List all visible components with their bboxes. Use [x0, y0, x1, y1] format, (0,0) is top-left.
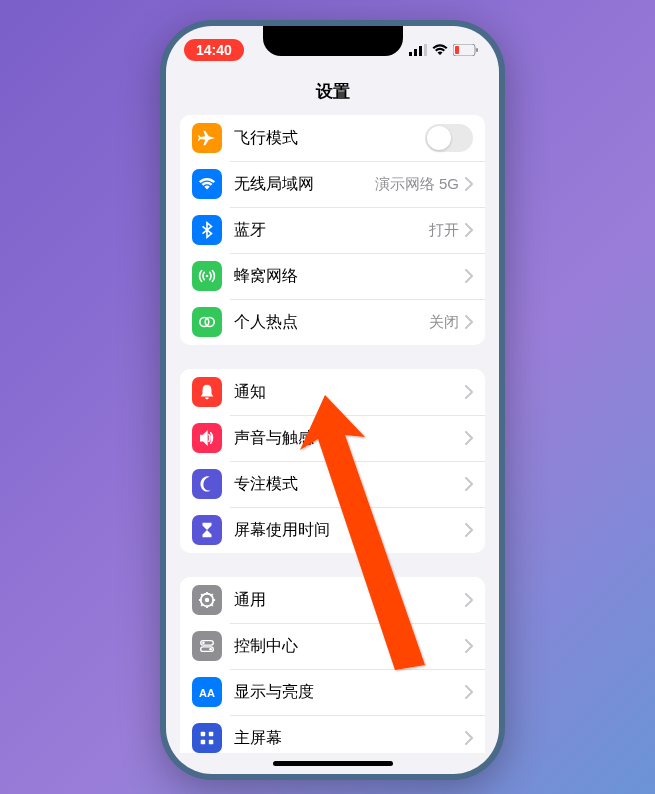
row-label: 控制中心: [234, 636, 465, 657]
settings-group-general: 通用 控制中心 AA 显示与亮度: [180, 577, 485, 753]
row-sounds[interactable]: 声音与触感: [180, 415, 485, 461]
row-hotspot[interactable]: 个人热点 关闭: [180, 299, 485, 345]
row-label: 蜂窝网络: [234, 266, 465, 287]
svg-rect-18: [209, 732, 214, 737]
svg-rect-17: [201, 732, 206, 737]
chevron-right-icon: [465, 269, 473, 283]
gear-icon: [192, 585, 222, 615]
svg-point-11: [205, 598, 210, 603]
chevron-right-icon: [465, 685, 473, 699]
row-label: 通用: [234, 590, 465, 611]
cellular-icon: [409, 44, 427, 56]
chevron-right-icon: [465, 431, 473, 445]
row-wifi[interactable]: 无线局域网 演示网络 5G: [180, 161, 485, 207]
row-bluetooth[interactable]: 蓝牙 打开: [180, 207, 485, 253]
airplane-toggle[interactable]: [425, 124, 473, 152]
moon-icon: [192, 469, 222, 499]
wifi-status-icon: [432, 44, 448, 56]
row-value: 打开: [429, 221, 459, 240]
svg-rect-5: [455, 46, 459, 54]
switches-icon: [192, 631, 222, 661]
grid-icon: [192, 723, 222, 753]
chevron-right-icon: [465, 477, 473, 491]
chevron-right-icon: [465, 177, 473, 191]
row-focus[interactable]: 专注模式: [180, 461, 485, 507]
row-label: 通知: [234, 382, 465, 403]
svg-point-13: [202, 642, 205, 645]
row-display[interactable]: AA 显示与亮度: [180, 669, 485, 715]
settings-group-connectivity: 飞行模式 无线局域网 演示网络 5G 蓝牙 打开: [180, 115, 485, 345]
chevron-right-icon: [465, 639, 473, 653]
battery-low-icon: [453, 44, 479, 56]
status-icons: [409, 44, 479, 56]
svg-rect-20: [209, 740, 214, 745]
row-label: 蓝牙: [234, 220, 429, 241]
row-label: 声音与触感: [234, 428, 465, 449]
home-indicator[interactable]: [273, 761, 393, 766]
row-home-screen[interactable]: 主屏幕: [180, 715, 485, 753]
chevron-right-icon: [465, 223, 473, 237]
chevron-right-icon: [465, 385, 473, 399]
notch: [263, 26, 403, 56]
row-label: 主屏幕: [234, 728, 465, 749]
airplane-icon: [192, 123, 222, 153]
row-label: 专注模式: [234, 474, 465, 495]
row-airplane-mode[interactable]: 飞行模式: [180, 115, 485, 161]
svg-point-9: [205, 318, 214, 327]
chevron-right-icon: [465, 731, 473, 745]
row-label: 飞行模式: [234, 128, 425, 149]
wifi-icon: [192, 169, 222, 199]
cellular-icon: [192, 261, 222, 291]
svg-rect-3: [424, 44, 427, 56]
bell-icon: [192, 377, 222, 407]
row-value: 关闭: [429, 313, 459, 332]
row-notifications[interactable]: 通知: [180, 369, 485, 415]
svg-rect-1: [414, 49, 417, 56]
settings-group-attention: 通知 声音与触感 专注模式: [180, 369, 485, 553]
svg-rect-19: [201, 740, 206, 745]
phone-screen: 14:40 设置 飞行模式: [166, 26, 499, 774]
phone-frame: 14:40 设置 飞行模式: [160, 20, 505, 780]
settings-content[interactable]: 飞行模式 无线局域网 演示网络 5G 蓝牙 打开: [166, 115, 499, 753]
hourglass-icon: [192, 515, 222, 545]
svg-rect-2: [419, 46, 422, 56]
row-control-center[interactable]: 控制中心: [180, 623, 485, 669]
row-label: 屏幕使用时间: [234, 520, 465, 541]
row-cellular[interactable]: 蜂窝网络: [180, 253, 485, 299]
row-label: 个人热点: [234, 312, 429, 333]
hotspot-icon: [192, 307, 222, 337]
row-value: 演示网络 5G: [375, 175, 459, 194]
svg-rect-0: [409, 52, 412, 56]
chevron-right-icon: [465, 523, 473, 537]
row-label: 无线局域网: [234, 174, 375, 195]
row-general[interactable]: 通用: [180, 577, 485, 623]
status-time-pill: 14:40: [184, 39, 244, 61]
speaker-icon: [192, 423, 222, 453]
text-size-icon: AA: [192, 677, 222, 707]
svg-point-15: [209, 648, 212, 651]
bluetooth-icon: [192, 215, 222, 245]
svg-text:AA: AA: [199, 687, 215, 699]
chevron-right-icon: [465, 593, 473, 607]
page-title: 设置: [166, 74, 499, 115]
row-label: 显示与亮度: [234, 682, 465, 703]
chevron-right-icon: [465, 315, 473, 329]
svg-rect-6: [476, 48, 478, 52]
svg-point-7: [206, 275, 209, 278]
row-screen-time[interactable]: 屏幕使用时间: [180, 507, 485, 553]
